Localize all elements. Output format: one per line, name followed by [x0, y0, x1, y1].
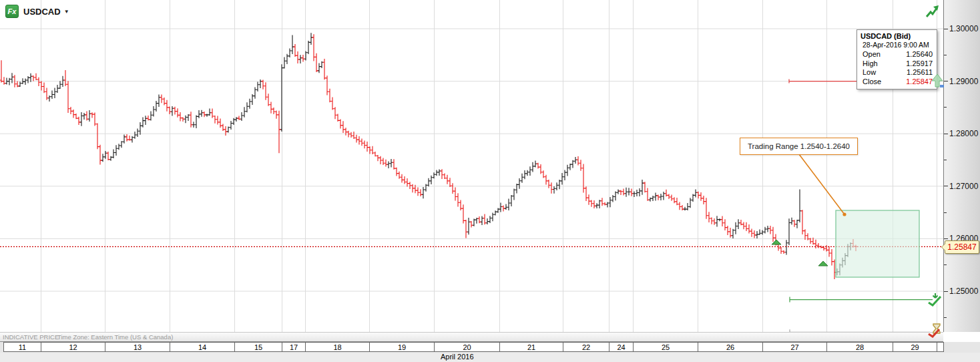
- date-cell-21: 21: [499, 342, 563, 352]
- fx-logo-icon: Fx: [5, 5, 19, 18]
- price-alert-up-icon[interactable]: [930, 73, 945, 89]
- open-label: Open: [863, 50, 881, 59]
- annotation-arrow: [799, 154, 844, 214]
- indicative-price-label: INDICATIVE PRICE: [3, 333, 59, 341]
- axis-tick: [944, 291, 948, 292]
- trading-range-box[interactable]: [836, 210, 919, 277]
- date-cell-13: 13: [105, 342, 170, 352]
- ohlc-tooltip: USDCAD (Bid) 28-Apr-2016 9:00 AM Open 1.…: [856, 29, 937, 89]
- high-label: High: [863, 59, 878, 69]
- high-value: 1.25917: [906, 59, 933, 69]
- tooltip-close-row: Close 1.25847: [861, 77, 933, 87]
- price-axis-label: 1.25000: [949, 287, 978, 296]
- date-cell-19: 19: [369, 342, 435, 352]
- date-cell-20: 20: [434, 342, 500, 352]
- close-label: Close: [863, 77, 881, 87]
- date-cell-25: 25: [633, 342, 698, 352]
- month-label: April 2016: [441, 353, 474, 361]
- axis-tick: [944, 186, 948, 186]
- order-level-line-filled[interactable]: [790, 297, 933, 303]
- axis-tick: [944, 317, 947, 318]
- tooltip-high-row: High 1.25917: [861, 59, 933, 69]
- axis-tick: [944, 264, 947, 265]
- date-cell-11: 11: [3, 342, 41, 352]
- trading-range-annotation[interactable]: Trading Range 1.2540-1.2640: [740, 138, 858, 155]
- chart-window: Fx USDCAD ▼ 1.300001.290001.280001.27000…: [0, 0, 980, 362]
- month-axis: April 2016: [0, 353, 980, 362]
- date-cell-28: 28: [826, 342, 893, 352]
- axis-tick: [944, 212, 947, 213]
- date-cell-14: 14: [170, 342, 235, 352]
- date-cell-27: 27: [762, 342, 827, 352]
- date-cell-26: 26: [698, 342, 763, 352]
- date-cell-22: 22: [563, 342, 609, 352]
- price-axis-label: 1.30000: [949, 24, 978, 33]
- date-cell-15: 15: [234, 342, 282, 352]
- ohlc-bars-down: [0, 34, 858, 279]
- price-axis[interactable]: 1.300001.290001.280001.270001.260001.250…: [943, 0, 980, 332]
- current-price-callout: 1.25847: [945, 240, 979, 254]
- price-axis-label: 1.28000: [949, 129, 978, 138]
- close-value: 1.25847: [906, 77, 933, 87]
- jump-to-latest-icon[interactable]: [925, 4, 941, 20]
- date-cell-24: 24: [609, 342, 634, 352]
- date-axis[interactable]: 1112131415171819202122242526272829: [0, 342, 980, 353]
- price-chart-canvas[interactable]: [0, 0, 980, 362]
- status-bar: INDICATIVE PRICE Time Zone: Eastern Time…: [0, 332, 943, 342]
- chevron-down-icon[interactable]: ▼: [64, 9, 69, 15]
- tooltip-low-row: Low 1.25611: [861, 68, 933, 77]
- trading-range-text: Trading Range 1.2540-1.2640: [748, 142, 850, 150]
- axis-tick: [944, 107, 947, 108]
- date-cell-29: 29: [893, 342, 937, 352]
- timezone-label: Time Zone: Eastern Time (US & Canada): [57, 333, 173, 341]
- order-pending-icon[interactable]: [927, 323, 943, 338]
- axis-tick: [944, 134, 948, 134]
- date-cell-18: 18: [305, 342, 370, 352]
- low-value: 1.25611: [907, 68, 933, 77]
- price-axis-label: 1.27000: [949, 182, 978, 191]
- tooltip-title: USDCAD (Bid): [861, 32, 933, 40]
- annotation-arrow-dot: [842, 212, 846, 216]
- tooltip-open-row: Open 1.25640: [861, 50, 933, 59]
- symbol-label: USDCAD: [23, 7, 61, 17]
- axis-tick: [944, 238, 948, 239]
- low-label: Low: [863, 68, 876, 77]
- axis-tick: [944, 29, 948, 29]
- order-filled-icon[interactable]: [927, 293, 943, 307]
- open-value: 1.25640: [906, 50, 933, 59]
- date-cell-12: 12: [41, 342, 105, 352]
- symbol-selector[interactable]: Fx USDCAD ▼: [5, 5, 69, 18]
- price-axis-label: 1.29000: [949, 77, 978, 86]
- date-cell-17: 17: [282, 342, 306, 352]
- buy-marker-icon[interactable]: [818, 261, 828, 266]
- current-price-value: 1.25847: [947, 242, 976, 252]
- axis-tick: [944, 55, 947, 55]
- axis-tick: [944, 160, 947, 160]
- tooltip-timestamp: 28-Apr-2016 9:00 AM: [863, 41, 933, 49]
- date-cell-empty: [937, 342, 944, 352]
